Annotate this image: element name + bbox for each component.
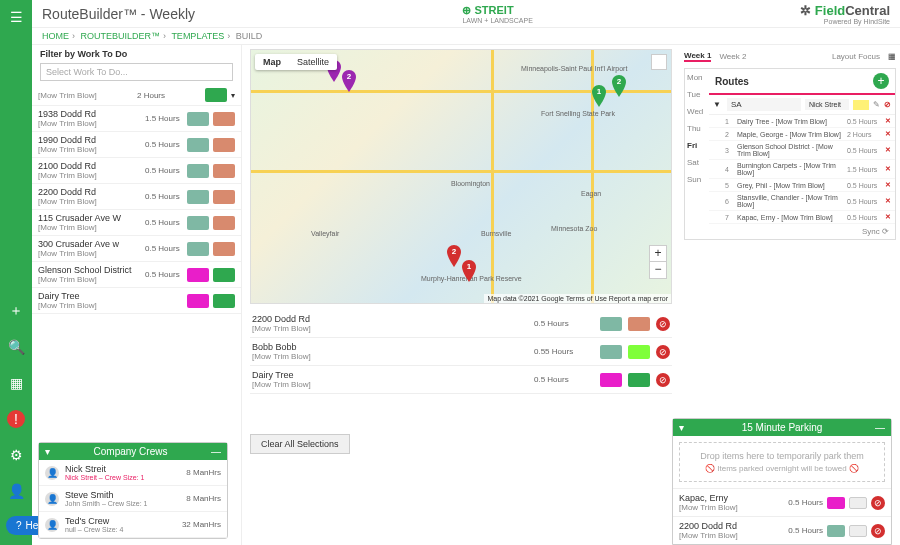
job-item[interactable]: Dairy Tree[Mow Trim Blow] xyxy=(32,288,241,314)
job-item[interactable]: 2100 Dodd Rd[Mow Trim Blow]0.5 Hours xyxy=(32,158,241,184)
remove-icon[interactable]: ✕ xyxy=(885,181,891,189)
remove-icon[interactable]: ✕ xyxy=(885,197,891,205)
zoom-out-icon[interactable]: − xyxy=(650,262,666,278)
parking-drop-zone[interactable]: Drop items here to temporarily park them… xyxy=(679,442,885,482)
selection-list: 2200 Dodd Rd[Mow Trim Blow]0.5 Hours⊘Bob… xyxy=(250,310,672,394)
job-item[interactable]: [Mow Trim Blow] 2 Hours ▾ xyxy=(32,85,241,106)
alert-icon[interactable]: ! xyxy=(7,410,25,428)
day-tab[interactable]: Tue xyxy=(687,90,707,99)
day-tab[interactable]: Sat xyxy=(687,158,707,167)
day-tab[interactable]: Fri xyxy=(687,141,707,150)
day-tab[interactable]: Thu xyxy=(687,124,707,133)
remove-icon[interactable]: ⊘ xyxy=(871,496,885,510)
parked-item[interactable]: 2200 Dodd Rd[Mow Trim Blow]0.5 Hours⊘ xyxy=(673,516,891,544)
job-item[interactable]: 1990 Dodd Rd[Mow Trim Blow]0.5 Hours xyxy=(32,132,241,158)
page-title: RouteBuilder™ - Weekly xyxy=(42,6,195,22)
route-stop[interactable]: 5Grey, Phil - [Mow Trim Blow]0.5 Hours✕ xyxy=(709,179,895,192)
center-panel: Map Satellite + − Minneapolis-Saint Paul… xyxy=(242,45,680,545)
chevron-down-icon[interactable]: ▼ xyxy=(713,100,723,109)
map[interactable]: Map Satellite + − Minneapolis-Saint Paul… xyxy=(250,49,672,304)
day-tab[interactable]: Sun xyxy=(687,175,707,184)
right-logo: ✲ FieldCentral Powered By HindSite xyxy=(800,3,890,25)
remove-icon[interactable]: ⊘ xyxy=(871,524,885,538)
route-stop[interactable]: 1Dairy Tree - [Mow Trim Blow]0.5 Hours✕ xyxy=(709,115,895,128)
crews-panel: ▾Company Crews— 👤Nick StreitNick Streit … xyxy=(38,442,228,539)
breadcrumb: HOME› ROUTEBUILDER™› TEMPLATES› BUILD xyxy=(32,28,900,45)
left-panel: Filter by Work To Do Select Work To Do..… xyxy=(32,45,242,545)
job-item[interactable]: 1938 Dodd Rd[Mow Trim Blow]1.5 Hours xyxy=(32,106,241,132)
search-icon[interactable]: 🔍 xyxy=(7,338,25,356)
route-stop[interactable]: 7Kapac, Erny - [Mow Trim Blow]0.5 Hours✕ xyxy=(709,211,895,224)
day-tab[interactable]: Mon xyxy=(687,73,707,82)
remove-icon[interactable]: ✕ xyxy=(885,213,891,221)
crumb-tpl[interactable]: TEMPLATES xyxy=(171,31,224,41)
tab-week2[interactable]: Week 2 xyxy=(719,52,746,61)
remove-icon[interactable]: ⊘ xyxy=(656,345,670,359)
route-stop[interactable]: 2Maple, George - [Mow Trim Blow]2 Hours✕ xyxy=(709,128,895,141)
route-row[interactable]: ▼ SA Nick Streit ✎ ⊘ xyxy=(709,95,895,115)
add-icon[interactable]: ＋ xyxy=(7,302,25,320)
map-tab-map[interactable]: Map xyxy=(255,54,289,70)
map-tab-satellite[interactable]: Satellite xyxy=(289,54,337,70)
remove-icon[interactable]: ✕ xyxy=(885,146,891,154)
job-item[interactable]: 2200 Dodd Rd[Mow Trim Blow]0.5 Hours xyxy=(32,184,241,210)
parking-panel: ▾ 15 Minute Parking — Drop items here to… xyxy=(672,418,892,545)
user-icon[interactable]: 👤 xyxy=(7,482,25,500)
crumb-build: BUILD xyxy=(236,31,263,41)
remove-icon[interactable]: ⊘ xyxy=(656,317,670,331)
chevron-down-icon[interactable]: ▾ xyxy=(231,91,235,100)
chevron-down-icon[interactable]: ▾ xyxy=(45,446,50,457)
filter-header: Filter by Work To Do xyxy=(32,45,241,63)
crumb-rb[interactable]: ROUTEBUILDER™ xyxy=(81,31,161,41)
crew-item[interactable]: 👤Ted's Crewnull – Crew Size: 432 ManHrs xyxy=(39,512,227,538)
delete-icon[interactable]: ⊘ xyxy=(884,100,891,109)
gear-icon[interactable]: ⚙ xyxy=(7,446,25,464)
routes-title: Routes xyxy=(715,76,873,87)
route-color[interactable] xyxy=(853,100,869,110)
selection-item[interactable]: Bobb Bobb[Mow Trim Blow]0.55 Hours⊘ xyxy=(250,338,672,366)
remove-icon[interactable]: ✕ xyxy=(885,117,891,125)
map-attribution: Map data ©2021 Google Terms of Use Repor… xyxy=(484,294,671,303)
day-tabs: MonTueWedThuFriSatSun xyxy=(685,69,709,239)
calendar-icon[interactable]: ▦ xyxy=(7,374,25,392)
fullscreen-icon[interactable] xyxy=(651,54,667,70)
selection-item[interactable]: Dairy Tree[Mow Trim Blow]0.5 Hours⊘ xyxy=(250,366,672,394)
menu-icon[interactable]: ☰ xyxy=(7,8,25,26)
crew-item[interactable]: 👤Steve SmithJohn Smith – Crew Size: 18 M… xyxy=(39,486,227,512)
crumb-home[interactable]: HOME xyxy=(42,31,69,41)
route-stop[interactable]: 4Burnington Carpets - [Mow Trim Blow]1.5… xyxy=(709,160,895,179)
route-stop[interactable]: 6Stansville, Chandler - [Mow Trim Blow]0… xyxy=(709,192,895,211)
day-tab[interactable]: Wed xyxy=(687,107,707,116)
job-item[interactable]: 115 Crusader Ave W[Mow Trim Blow]0.5 Hou… xyxy=(32,210,241,236)
job-item[interactable]: Glenson School District[Mow Trim Blow]0.… xyxy=(32,262,241,288)
remove-icon[interactable]: ⊘ xyxy=(656,373,670,387)
nav-rail: ☰ ＋ 🔍 ▦ ! ⚙ 👤 ? xyxy=(0,0,32,545)
add-route-button[interactable]: + xyxy=(873,73,889,89)
selection-item[interactable]: 2200 Dodd Rd[Mow Trim Blow]0.5 Hours⊘ xyxy=(250,310,672,338)
sync-button[interactable]: Sync xyxy=(862,227,880,236)
filter-input[interactable]: Select Work To Do... xyxy=(40,63,233,81)
edit-icon[interactable]: ✎ xyxy=(873,100,880,109)
topbar: RouteBuilder™ - Weekly ⊕ STREITLAWN + LA… xyxy=(32,0,900,28)
parking-title: 15 Minute Parking xyxy=(673,422,891,433)
grid-icon[interactable]: ▦ xyxy=(888,52,896,61)
job-item[interactable]: 300 Crusader Ave w[Mow Trim Blow]0.5 Hou… xyxy=(32,236,241,262)
tab-week1[interactable]: Week 1 xyxy=(684,51,711,62)
crews-title: Company Crews xyxy=(94,446,168,457)
crew-item[interactable]: 👤Nick StreitNick Streit – Crew Size: 18 … xyxy=(39,460,227,486)
minimize-icon[interactable]: — xyxy=(211,446,221,457)
center-logo: ⊕ STREITLAWN + LANDSCAPE xyxy=(462,4,532,24)
parked-item[interactable]: Kapac, Erny[Mow Trim Blow]0.5 Hours⊘ xyxy=(673,488,891,516)
remove-icon[interactable]: ✕ xyxy=(885,165,891,173)
zoom-in-icon[interactable]: + xyxy=(650,246,666,262)
remove-icon[interactable]: ✕ xyxy=(885,130,891,138)
clear-selections-button[interactable]: Clear All Selections xyxy=(250,434,350,454)
route-stop[interactable]: 3Glenson School District - [Mow Trim Blo… xyxy=(709,141,895,160)
layout-focus[interactable]: Layout Focus xyxy=(832,52,880,61)
